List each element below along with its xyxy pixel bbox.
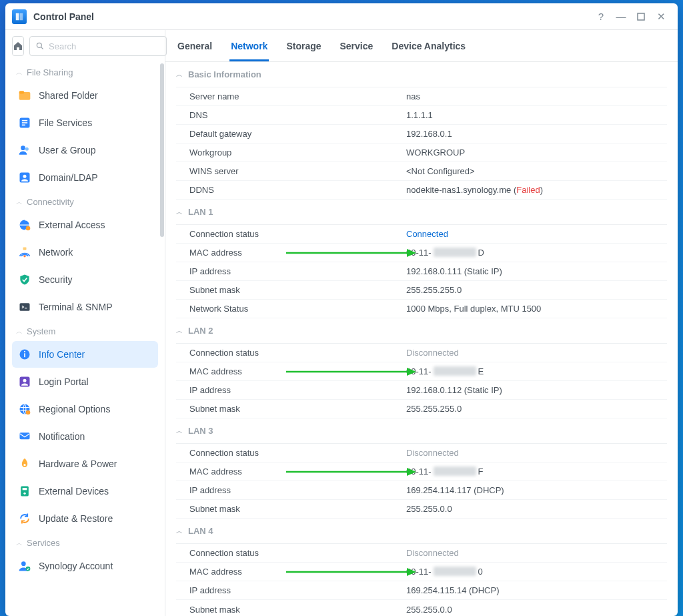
window: Control Panel ? — ✕ ︿File SharingShared bbox=[5, 3, 678, 616]
row-label: Server name bbox=[176, 91, 406, 101]
hardware-power-icon bbox=[17, 456, 32, 471]
redacted-segment bbox=[434, 467, 476, 476]
row-label: IP address bbox=[176, 585, 406, 595]
row-value: 255.255.0.0 bbox=[406, 605, 667, 615]
search-input[interactable] bbox=[49, 41, 161, 51]
sidebar-scrollbar[interactable] bbox=[160, 63, 164, 237]
info-row: Subnet mask255.255.0.0 bbox=[176, 500, 667, 519]
svg-point-25 bbox=[23, 379, 27, 382]
svg-point-32 bbox=[23, 493, 25, 495]
tab-service[interactable]: Service bbox=[339, 41, 375, 61]
row-value: 00-11-0 bbox=[406, 567, 667, 577]
update-restore-icon bbox=[17, 511, 32, 526]
tab-storage[interactable]: Storage bbox=[285, 41, 322, 61]
tab-device-analytics[interactable]: Device Analytics bbox=[390, 41, 467, 61]
sidebar-item-network[interactable]: Network bbox=[12, 239, 158, 266]
row-value: nas bbox=[406, 91, 667, 101]
svg-rect-0 bbox=[16, 13, 19, 20]
sidebar-item-hardware-power[interactable]: Hardware & Power bbox=[12, 450, 158, 477]
svg-rect-18 bbox=[23, 248, 27, 250]
help-button[interactable]: ? bbox=[591, 7, 611, 27]
row-value: nodekite-nas1.synology.me (Failed) bbox=[406, 185, 667, 195]
info-row: MAC address00-11-D bbox=[176, 244, 667, 262]
row-label: MAC address bbox=[176, 467, 406, 477]
home-button[interactable] bbox=[12, 36, 24, 56]
row-value: 192.168.0.111 (Static IP) bbox=[406, 266, 667, 276]
nav-section-3[interactable]: ︿Services bbox=[9, 533, 161, 552]
group-header-lan1[interactable]: ︿LAN 1 bbox=[176, 200, 667, 225]
row-value: Disconnected bbox=[406, 348, 667, 358]
row-value: 00-11-D bbox=[406, 248, 667, 258]
security-icon bbox=[17, 272, 32, 287]
group-header-basic[interactable]: ︿Basic Information bbox=[176, 62, 667, 87]
sidebar-item-regional-options[interactable]: Regional Options bbox=[12, 396, 158, 422]
chevron-up-icon: ︿ bbox=[176, 527, 183, 536]
main-panel: GeneralNetworkStorageServiceDevice Analy… bbox=[165, 30, 678, 616]
tab-network[interactable]: Network bbox=[229, 41, 269, 61]
group-header-lan2[interactable]: ︿LAN 2 bbox=[176, 318, 667, 344]
row-value: 00-11-F bbox=[406, 467, 667, 477]
sidebar-item-label: Update & Restore bbox=[39, 513, 113, 524]
minimize-button[interactable]: — bbox=[611, 7, 631, 27]
sidebar-item-domain-ldap[interactable]: Domain/LDAP bbox=[12, 164, 158, 191]
group-header-lan4[interactable]: ︿LAN 4 bbox=[176, 519, 667, 544]
row-value: 255.255.0.0 bbox=[406, 504, 667, 514]
info-row: Default gateway192.168.0.1 bbox=[176, 125, 667, 143]
chevron-up-icon: ︿ bbox=[16, 539, 23, 548]
info-row: DNS1.1.1.1 bbox=[176, 106, 667, 125]
sidebar-item-terminal-snmp[interactable]: Terminal & SNMP bbox=[12, 294, 158, 320]
row-value: WORKGROUP bbox=[406, 147, 667, 158]
sidebar-item-file-services[interactable]: File Services bbox=[12, 109, 158, 136]
sidebar-item-label: Terminal & SNMP bbox=[39, 302, 112, 312]
svg-rect-6 bbox=[19, 91, 25, 93]
network-icon bbox=[17, 245, 32, 260]
sidebar: ︿File SharingShared FolderFile ServicesU… bbox=[5, 30, 165, 616]
maximize-button[interactable] bbox=[631, 7, 651, 27]
row-value: Connected bbox=[406, 229, 667, 239]
search-field[interactable] bbox=[29, 36, 167, 56]
group-title: LAN 3 bbox=[188, 426, 213, 436]
row-value: 255.255.255.0 bbox=[406, 285, 667, 295]
sidebar-item-user-group[interactable]: User & Group bbox=[12, 137, 158, 164]
tab-general[interactable]: General bbox=[176, 41, 213, 61]
app-icon bbox=[12, 9, 27, 24]
sidebar-item-synology-account[interactable]: Synology Account bbox=[12, 553, 158, 579]
sidebar-item-update-restore[interactable]: Update & Restore bbox=[12, 505, 158, 532]
nav-section-2[interactable]: ︿System bbox=[9, 321, 161, 340]
content[interactable]: ︿Basic InformationServer namenasDNS1.1.1… bbox=[165, 62, 678, 616]
sidebar-item-login-portal[interactable]: Login Portal bbox=[12, 368, 158, 395]
sidebar-item-shared-folder[interactable]: Shared Folder bbox=[12, 82, 158, 109]
info-row: Server namenas bbox=[176, 87, 667, 106]
ddns-status: Failed bbox=[516, 185, 540, 195]
info-row: Network Status1000 Mbps, Full duplex, MT… bbox=[176, 300, 667, 318]
svg-point-17 bbox=[23, 255, 25, 257]
group-title: Basic Information bbox=[188, 69, 261, 79]
row-label: Subnet mask bbox=[176, 404, 406, 414]
sidebar-item-external-devices[interactable]: External Devices bbox=[12, 478, 158, 505]
row-label: Subnet mask bbox=[176, 605, 406, 615]
synology-account-icon bbox=[17, 559, 32, 573]
nav-section-1[interactable]: ︿Connectivity bbox=[9, 192, 161, 211]
info-row: WorkgroupWORKGROUP bbox=[176, 143, 667, 162]
svg-rect-28 bbox=[20, 432, 30, 439]
group-header-lan3[interactable]: ︿LAN 3 bbox=[176, 418, 667, 444]
row-label: IP address bbox=[176, 485, 406, 495]
domain-ldap-icon bbox=[17, 170, 32, 185]
sidebar-item-info-center[interactable]: Info Center bbox=[12, 341, 158, 368]
row-value: Disconnected bbox=[406, 448, 667, 458]
nav-section-0[interactable]: ︿File Sharing bbox=[9, 62, 161, 81]
row-value: 1.1.1.1 bbox=[406, 110, 667, 120]
sidebar-nav[interactable]: ︿File SharingShared FolderFile ServicesU… bbox=[5, 62, 165, 616]
titlebar: Control Panel ? — ✕ bbox=[5, 3, 678, 30]
row-value: 255.255.255.0 bbox=[406, 404, 667, 414]
group-title: LAN 1 bbox=[188, 207, 213, 217]
shared-folder-icon bbox=[17, 88, 32, 103]
close-button[interactable]: ✕ bbox=[651, 7, 671, 27]
sidebar-item-security[interactable]: Security bbox=[12, 266, 158, 293]
info-row: Connection statusConnected bbox=[176, 225, 667, 244]
info-row: Connection statusDisconnected bbox=[176, 444, 667, 463]
sidebar-item-label: Notification bbox=[39, 431, 85, 442]
sidebar-item-external-access[interactable]: External Access bbox=[12, 212, 158, 238]
sidebar-item-notification[interactable]: Notification bbox=[12, 423, 158, 450]
row-label: Subnet mask bbox=[176, 504, 406, 514]
